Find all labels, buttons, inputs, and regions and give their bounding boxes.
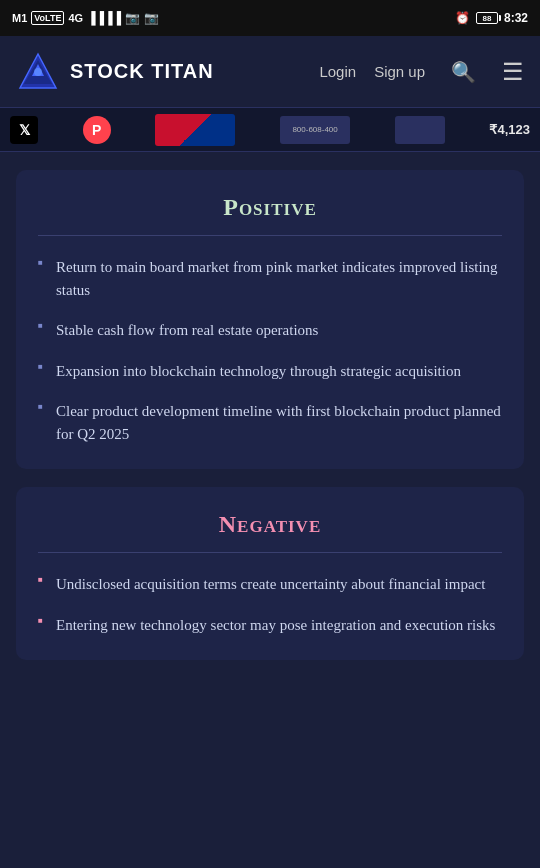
positive-bullet-1-text: Return to main board market from pink ma… <box>56 259 498 298</box>
negative-title-text: Negative <box>219 511 321 537</box>
main-content: Positive Return to main board market fro… <box>0 152 540 868</box>
twitter-x-icon: 𝕏 <box>10 116 38 144</box>
ad-price-label: ₹4,123 <box>489 122 530 137</box>
negative-divider <box>38 552 502 553</box>
negative-section-title: Negative <box>38 511 502 538</box>
instagram2-icon: 📷 <box>144 11 159 25</box>
search-icon[interactable]: 🔍 <box>451 60 476 84</box>
positive-title-text: Positive <box>223 194 317 220</box>
ad-image-flag <box>155 114 235 146</box>
positive-bullet-4: Clear product development timeline with … <box>38 400 502 445</box>
alarm-icon: ⏰ <box>455 11 470 25</box>
ad-text-code: 800-608-400 <box>280 116 350 144</box>
instagram-icon: 📷 <box>125 11 140 25</box>
battery-level: 88 <box>483 14 492 23</box>
positive-bullet-4-text: Clear product development timeline with … <box>56 403 501 442</box>
positive-bullet-2-text: Stable cash flow from real estate operat… <box>56 322 318 338</box>
negative-bullet-2: Entering new technology sector may pose … <box>38 614 502 637</box>
brand: STOCK TITAN <box>16 50 319 94</box>
brand-name-label: STOCK TITAN <box>70 60 214 83</box>
negative-bullet-2-text: Entering new technology sector may pose … <box>56 617 495 633</box>
positive-section-card: Positive Return to main board market fro… <box>16 170 524 469</box>
volte-label: VoLTE <box>31 11 64 25</box>
nav-links: Login Sign up 🔍 ☰ <box>319 58 524 86</box>
navbar: STOCK TITAN Login Sign up 🔍 ☰ <box>0 36 540 108</box>
negative-bullet-1-text: Undisclosed acquisition terms create unc… <box>56 576 485 592</box>
battery-icon: 88 <box>476 12 498 24</box>
status-left: M1 VoLTE 4G ▐▐▐▐ 📷 📷 <box>12 11 159 25</box>
brand-logo-icon <box>16 50 60 94</box>
positive-bullet-2: Stable cash flow from real estate operat… <box>38 319 502 342</box>
status-bar: M1 VoLTE 4G ▐▐▐▐ 📷 📷 ⏰ 88 8:32 <box>0 0 540 36</box>
positive-divider <box>38 235 502 236</box>
positive-section-title: Positive <box>38 194 502 221</box>
status-right: ⏰ 88 8:32 <box>455 11 528 25</box>
carrier-label: M1 <box>12 12 27 24</box>
menu-icon[interactable]: ☰ <box>502 58 524 86</box>
login-link[interactable]: Login <box>319 63 356 80</box>
negative-section-card: Negative Undisclosed acquisition terms c… <box>16 487 524 660</box>
signup-link[interactable]: Sign up <box>374 63 425 80</box>
positive-bullet-list: Return to main board market from pink ma… <box>38 256 502 445</box>
negative-bullet-1: Undisclosed acquisition terms create unc… <box>38 573 502 596</box>
positive-bullet-3: Expansion into blockchain technology thr… <box>38 360 502 383</box>
negative-bullet-list: Undisclosed acquisition terms create unc… <box>38 573 502 636</box>
svg-point-2 <box>34 68 42 76</box>
ad-text-bar <box>395 116 445 144</box>
positive-bullet-1: Return to main board market from pink ma… <box>38 256 502 301</box>
time-label: 8:32 <box>504 11 528 25</box>
signal-icon: ▐▐▐▐ <box>87 11 121 25</box>
ad-banner: 𝕏 P 800-608-400 ₹4,123 <box>0 108 540 152</box>
network-label: 4G <box>68 12 83 24</box>
positive-bullet-3-text: Expansion into blockchain technology thr… <box>56 363 461 379</box>
patreon-icon: P <box>83 116 111 144</box>
